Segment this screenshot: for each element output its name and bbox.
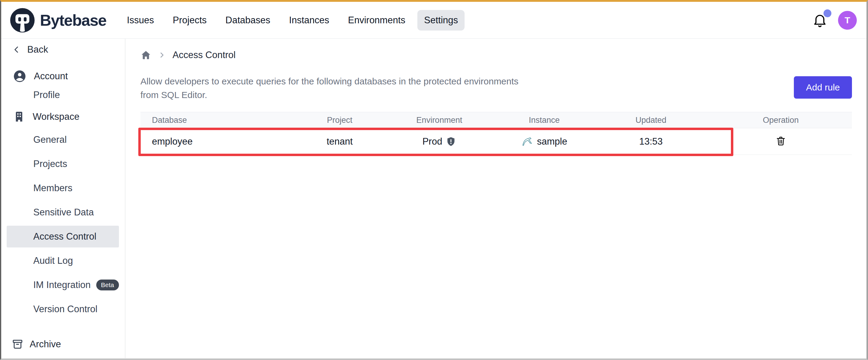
- nav-item-settings[interactable]: Settings: [417, 10, 465, 31]
- sidebar-item-sensitive-data[interactable]: Sensitive Data: [1, 200, 125, 225]
- settings-sidebar: Back Account Profile: [1, 39, 125, 358]
- section-account-label: Account: [34, 71, 68, 82]
- back-label: Back: [27, 44, 48, 55]
- user-avatar[interactable]: T: [838, 11, 857, 30]
- sidebar-item-access-control[interactable]: Access Control: [7, 226, 119, 248]
- table-row: employee tenant Prod: [141, 128, 852, 155]
- cell-operation: [710, 134, 852, 149]
- add-rule-button[interactable]: Add rule: [794, 76, 852, 99]
- sidebar-section-workspace: Workspace: [1, 109, 125, 124]
- cell-environment: Prod: [382, 136, 496, 147]
- sidebar-item-label: Projects: [33, 159, 67, 169]
- breadcrumb: Access Control: [141, 49, 852, 61]
- sidebar-item-archive[interactable]: Archive: [11, 338, 61, 350]
- nav-item-projects[interactable]: Projects: [166, 10, 213, 31]
- mysql-dolphin-icon: [521, 135, 533, 148]
- column-header-project: Project: [297, 116, 382, 125]
- column-header-updated: Updated: [592, 116, 710, 125]
- archive-label: Archive: [30, 339, 61, 350]
- chevron-left-icon: [12, 45, 21, 54]
- trash-icon: [775, 135, 786, 146]
- sidebar-item-label: Sensitive Data: [33, 207, 94, 218]
- column-header-environment: Environment: [382, 116, 496, 125]
- cell-updated: 13:53: [592, 136, 710, 147]
- sidebar-item-general[interactable]: General: [1, 128, 125, 152]
- nav-item-databases[interactable]: Databases: [219, 10, 277, 31]
- sidebar-item-members[interactable]: Members: [1, 176, 125, 200]
- beta-badge: Beta: [96, 280, 119, 290]
- chevron-right-icon: [158, 51, 166, 59]
- nav-item-issues[interactable]: Issues: [120, 10, 161, 31]
- delete-rule-button[interactable]: [774, 134, 787, 148]
- avatar-initial: T: [845, 15, 850, 25]
- sidebar-item-version-control[interactable]: Version Control: [1, 297, 125, 321]
- shield-exclamation-icon: [446, 136, 456, 147]
- sidebar-section-account: Account: [1, 69, 125, 84]
- notification-badge: [824, 9, 831, 17]
- notification-bell-icon[interactable]: [812, 12, 828, 29]
- bytebase-logo[interactable]: Bytebase: [9, 7, 106, 34]
- user-circle-icon: [13, 69, 27, 83]
- breadcrumb-current: Access Control: [173, 50, 236, 61]
- workspace-item-list: General Projects Members Sensitive Data …: [1, 128, 125, 321]
- instance-label: sample: [537, 136, 567, 147]
- environment-label: Prod: [423, 136, 442, 147]
- access-control-page: Access Control Allow developers to execu…: [125, 39, 867, 358]
- home-icon[interactable]: [141, 50, 151, 61]
- cell-instance: sample: [496, 135, 592, 148]
- navbar-right: T: [812, 11, 857, 30]
- sidebar-item-label: IM Integration: [33, 280, 91, 290]
- nav-item-instances[interactable]: Instances: [282, 10, 336, 31]
- column-header-instance: Instance: [496, 116, 592, 125]
- column-header-database: Database: [141, 116, 297, 125]
- page-description: Allow developers to execute queries for …: [141, 74, 528, 102]
- nav-item-environments[interactable]: Environments: [341, 10, 412, 31]
- brand-name: Bytebase: [40, 11, 106, 29]
- sidebar-item-label: Members: [33, 183, 72, 194]
- archive-box-icon: [11, 338, 24, 350]
- sidebar-item-label: Audit Log: [33, 255, 73, 266]
- back-button[interactable]: Back: [12, 43, 125, 56]
- sidebar-item-label: Version Control: [33, 304, 97, 315]
- main-nav: Issues Projects Databases Instances Envi…: [120, 10, 465, 31]
- access-rules-table: Database Project Environment Instance Up…: [141, 112, 852, 155]
- sidebar-item-im-integration[interactable]: IM Integration Beta: [1, 273, 125, 297]
- bytebase-logo-icon: [9, 7, 36, 34]
- section-workspace-label: Workspace: [33, 111, 80, 122]
- sidebar-item-label: Profile: [33, 90, 60, 100]
- table-header-row: Database Project Environment Instance Up…: [141, 112, 852, 128]
- building-icon: [13, 110, 25, 123]
- sidebar-item-profile[interactable]: Profile: [1, 84, 125, 106]
- top-navbar: Bytebase Issues Projects Databases Insta…: [1, 2, 867, 39]
- sidebar-item-label: Access Control: [33, 231, 96, 242]
- column-header-operation: Operation: [710, 116, 852, 125]
- sidebar-item-projects[interactable]: Projects: [1, 152, 125, 176]
- sidebar-item-label: General: [33, 134, 67, 145]
- cell-database: employee: [141, 136, 297, 147]
- cell-project: tenant: [297, 136, 382, 147]
- sidebar-item-audit-log[interactable]: Audit Log: [1, 249, 125, 273]
- page-header-row: Allow developers to execute queries for …: [141, 74, 852, 102]
- bytebase-app-window: Bytebase Issues Projects Databases Insta…: [0, 0, 868, 360]
